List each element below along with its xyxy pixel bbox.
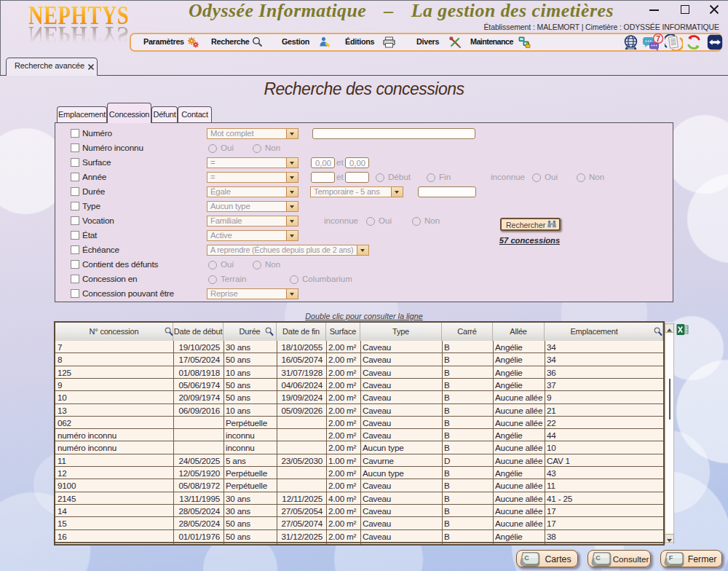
svg-text:7: 7: [656, 35, 660, 43]
svg-text:www: www: [628, 47, 635, 50]
